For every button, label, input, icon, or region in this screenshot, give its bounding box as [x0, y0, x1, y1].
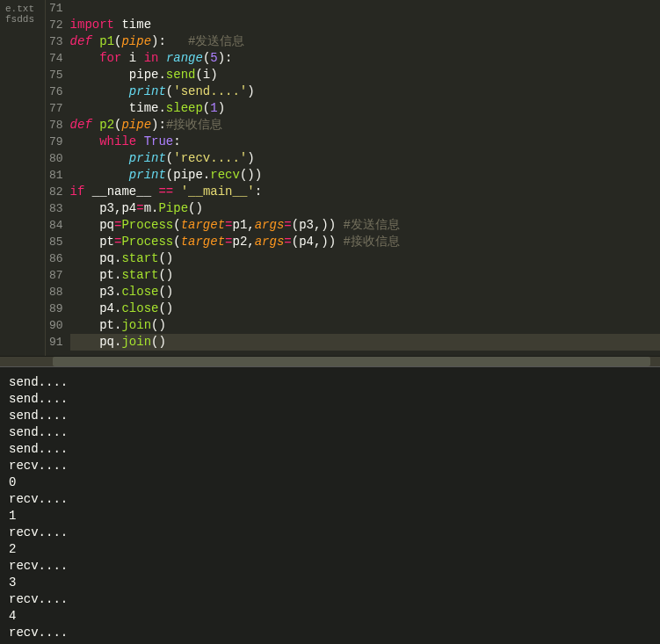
code-line[interactable]: print('recv....'): [70, 150, 660, 167]
code-line[interactable]: pt=Process(target=p2,args=(p4,)) #接收信息: [70, 234, 660, 250]
code-editor[interactable]: import timedef p1(pipe): #发送信息 for i in …: [70, 0, 660, 356]
code-line[interactable]: p3.close(): [70, 284, 660, 300]
scrollbar-thumb[interactable]: [53, 357, 650, 366]
line-number: 85: [49, 234, 63, 250]
line-number: 74: [49, 50, 63, 67]
editor-pane: e.txt fsdds 7172737475767778798081828384…: [0, 0, 660, 356]
code-line[interactable]: def p2(pipe):#接收信息: [70, 117, 660, 134]
line-number: 89: [49, 300, 63, 317]
file-tree-item[interactable]: e.txt: [5, 4, 40, 14]
code-line[interactable]: print(pipe.recv()): [70, 167, 660, 184]
line-number-gutter: 7172737475767778798081828384858687888990…: [46, 0, 70, 356]
code-line[interactable]: time.sleep(1): [70, 100, 660, 117]
line-number: 78: [49, 117, 63, 134]
line-number: 72: [49, 17, 63, 33]
code-line[interactable]: pq=Process(target=p1,args=(p3,)) #发送信息: [70, 217, 660, 234]
line-number: 73: [49, 33, 63, 50]
code-line[interactable]: pq.join(): [70, 334, 660, 351]
code-line[interactable]: p3,p4=m.Pipe(): [70, 200, 660, 217]
output-console[interactable]: send.... send.... send.... send.... send…: [0, 366, 660, 644]
line-number: 77: [49, 100, 63, 117]
line-number: 84: [49, 217, 63, 234]
line-number: 75: [49, 67, 63, 83]
code-line[interactable]: p4.close(): [70, 300, 660, 317]
line-number: 81: [49, 167, 63, 184]
line-number: 90: [49, 317, 63, 334]
file-tree-item[interactable]: fsdds: [5, 14, 40, 25]
code-line[interactable]: if __name__ == '__main__':: [70, 184, 660, 200]
line-number: 80: [49, 150, 63, 167]
code-line[interactable]: for i in range(5):: [70, 50, 660, 67]
code-line[interactable]: pipe.send(i): [70, 67, 660, 83]
code-line[interactable]: pq.start(): [70, 250, 660, 267]
line-number: 91: [49, 334, 63, 351]
file-tree[interactable]: e.txt fsdds: [0, 0, 46, 356]
line-number: 79: [49, 134, 63, 150]
code-line[interactable]: pt.start(): [70, 267, 660, 284]
code-line[interactable]: pt.join(): [70, 317, 660, 334]
line-number: 88: [49, 284, 63, 300]
line-number: 87: [49, 267, 63, 284]
code-line[interactable]: import time: [70, 17, 660, 33]
code-line[interactable]: print('send....'): [70, 83, 660, 100]
horizontal-scrollbar[interactable]: [0, 356, 660, 366]
code-line[interactable]: def p1(pipe): #发送信息: [70, 33, 660, 50]
line-number: 83: [49, 200, 63, 217]
line-number: 76: [49, 83, 63, 100]
code-line[interactable]: while True:: [70, 134, 660, 150]
line-number: 86: [49, 250, 63, 267]
line-number: 82: [49, 184, 63, 200]
